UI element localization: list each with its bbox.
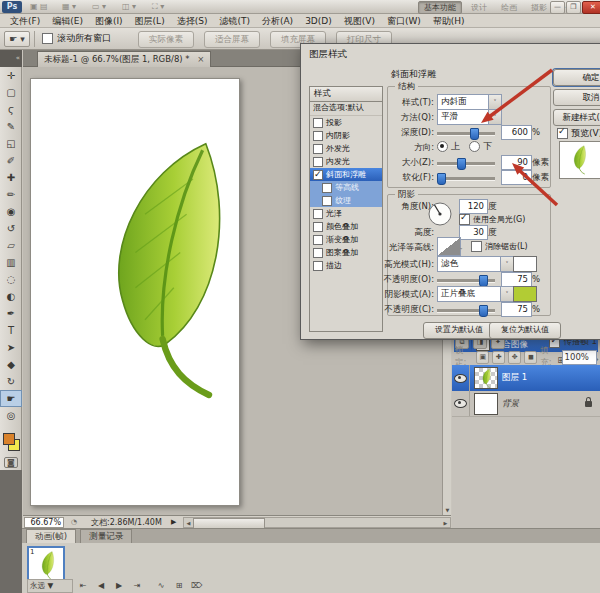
new-style-button[interactable]: 新建样式(W)... — [553, 109, 600, 126]
hand-tool-preset-icon[interactable]: ☛ ▾ — [4, 31, 30, 47]
workspace-painting-button[interactable]: 绘画 — [496, 2, 522, 13]
menu-image[interactable]: 图像(I) — [89, 14, 129, 28]
gloss-contour-picker[interactable] — [437, 237, 461, 256]
zoom-tool[interactable]: ◎ — [0, 407, 22, 424]
prev-frame-icon[interactable]: ◀ — [93, 579, 109, 593]
menu-edit[interactable]: 编辑(E) — [46, 14, 89, 28]
preview-checkbox[interactable]: 预览(V) — [557, 127, 600, 140]
view-extras-icon[interactable]: ▦ ▾ — [62, 1, 76, 13]
anti-aliased-checkbox[interactable]: 消除锯齿(L) — [471, 241, 528, 252]
blur-tool[interactable]: ◌ — [0, 271, 22, 288]
new-frame-icon[interactable]: ⊞ — [171, 579, 187, 593]
clone-stamp-tool[interactable]: ◉ — [0, 203, 22, 220]
shadow-opacity-field[interactable]: 75 — [501, 302, 532, 317]
lock-transparent-icon[interactable]: ▣ — [476, 351, 489, 364]
depth-slider[interactable] — [437, 132, 495, 136]
layer-thumbnail[interactable] — [474, 393, 498, 415]
shadow-opacity-slider[interactable] — [437, 309, 495, 313]
fit-screen-button[interactable]: 适合屏幕 — [204, 31, 260, 48]
menu-file[interactable]: 文件(F) — [4, 14, 46, 28]
gradient-tool[interactable]: ▥ — [0, 254, 22, 271]
layer-name[interactable]: 背景 — [502, 398, 519, 410]
ok-button[interactable]: 确定 — [553, 69, 600, 86]
toolbox-collapse-chevron[interactable]: « — [0, 50, 22, 67]
scroll-all-windows-checkbox[interactable] — [42, 33, 53, 44]
path-selection-tool[interactable]: ➤ — [0, 339, 22, 356]
shape-tool[interactable]: ◆ — [0, 356, 22, 373]
history-brush-tool[interactable]: ↺ — [0, 220, 22, 237]
menu-help[interactable]: 帮助(H) — [427, 14, 471, 28]
soften-field[interactable]: 0 — [501, 170, 532, 185]
type-tool[interactable]: T — [0, 322, 22, 339]
eyedropper-tool[interactable]: ✐ — [0, 152, 22, 169]
eraser-tool[interactable]: ▱ — [0, 237, 22, 254]
actual-pixels-button[interactable]: 实际像素 — [138, 31, 194, 48]
next-frame-icon[interactable]: ⇥ — [129, 579, 145, 593]
shadow-mode-select[interactable]: 正片叠底˅ — [437, 286, 514, 302]
technique-select[interactable]: 平滑˅ — [437, 109, 502, 125]
lock-pixels-icon[interactable]: ✚ — [492, 351, 505, 364]
healing-brush-tool[interactable]: ✚ — [0, 169, 22, 186]
layer-visibility-eye-icon[interactable] — [452, 365, 470, 391]
slider-thumb[interactable] — [470, 128, 479, 140]
delete-frame-icon[interactable]: ⌦ — [189, 579, 205, 593]
layer-thumbnail[interactable] — [474, 367, 498, 389]
menu-layer[interactable]: 图层(L) — [129, 14, 171, 28]
document-tab[interactable]: 未标题-1 @ 66.7%(图层 1, RGB/8) * × — [37, 51, 211, 67]
slider-thumb[interactable] — [457, 158, 466, 170]
depth-field[interactable]: 600 — [501, 125, 532, 140]
size-field[interactable]: 90 — [501, 155, 532, 170]
direction-down-radio[interactable]: 下 — [469, 140, 492, 153]
restore-button[interactable]: ❐ — [566, 1, 581, 14]
tab-animation-frames[interactable]: 动画(帧) — [26, 529, 76, 543]
menu-select[interactable]: 选择(S) — [171, 14, 214, 28]
zoom-level-icon[interactable]: ▭ ▾ — [92, 1, 106, 13]
document-tab-close-icon[interactable]: × — [197, 54, 204, 64]
use-global-light-checkbox[interactable]: 使用全局光(G) — [459, 214, 525, 225]
minimize-button[interactable]: — — [550, 1, 565, 14]
dodge-tool[interactable]: ◐ — [0, 288, 22, 305]
marquee-tool[interactable]: ▢ — [0, 84, 22, 101]
crop-tool[interactable]: ◱ — [0, 135, 22, 152]
chevron-down-icon[interactable]: ˅ — [460, 247, 463, 253]
layer-row-2[interactable]: 背景 — [452, 391, 600, 417]
style-item-satin[interactable]: 光泽 — [310, 207, 382, 220]
size-slider[interactable] — [437, 162, 495, 166]
lasso-tool[interactable]: ϛ — [0, 101, 22, 118]
tween-icon[interactable]: ∿ — [153, 579, 169, 593]
menu-3d[interactable]: 3D(D) — [299, 14, 338, 28]
arrange-documents-icon[interactable]: ◫ ▾ — [122, 1, 136, 13]
close-button[interactable]: ✕ — [582, 1, 600, 14]
tab-measurement-log[interactable]: 测量记录 — [80, 529, 132, 543]
lock-position-icon[interactable]: ✥ — [508, 351, 521, 364]
angle-dial[interactable] — [427, 201, 453, 227]
hand-tool[interactable]: ☛ — [0, 390, 22, 407]
fill-field[interactable]: 100% — [562, 350, 597, 365]
workspace-essentials-button[interactable]: 基本功能 — [418, 1, 462, 14]
highlight-opacity-field[interactable]: 75 — [501, 272, 532, 287]
scroll-down-icon[interactable]: ▼ — [443, 505, 452, 515]
menu-filter[interactable]: 滤镜(T) — [213, 14, 256, 28]
foreground-color-swatch[interactable] — [3, 433, 15, 445]
screen-mode-icon[interactable]: ⛶ ▾ — [152, 1, 164, 13]
soften-slider[interactable] — [437, 177, 495, 181]
highlight-mode-select[interactable]: 滤色˅ — [437, 256, 514, 272]
style-item-color-overlay[interactable]: 颜色叠加 — [310, 220, 382, 233]
horizontal-scrollbar[interactable]: ◀ ▶ — [183, 517, 451, 528]
move-tool[interactable]: ✛ — [0, 67, 22, 84]
menu-view[interactable]: 视图(V) — [338, 14, 381, 28]
direction-up-radio[interactable]: 上 — [437, 140, 460, 153]
altitude-field[interactable]: 30 — [459, 225, 488, 240]
layer-name[interactable]: 图层 1 — [502, 372, 527, 384]
menu-window[interactable]: 窗口(W) — [381, 14, 427, 28]
bridge-icon[interactable]: ▣ ▤ — [30, 1, 48, 13]
brush-tool[interactable]: ✏ — [0, 186, 22, 203]
bevel-style-select[interactable]: 内斜面˅ — [437, 94, 502, 110]
pen-tool[interactable]: ✒ — [0, 305, 22, 322]
set-default-button[interactable]: 设置为默认值 — [423, 322, 495, 339]
layer-visibility-eye-icon[interactable] — [452, 391, 470, 416]
first-frame-icon[interactable]: ⇤ — [75, 579, 91, 593]
style-item-texture[interactable]: 纹理 — [310, 194, 382, 207]
cancel-button[interactable]: 取消 — [553, 89, 600, 106]
reset-default-button[interactable]: 复位为默认值 — [489, 322, 561, 339]
